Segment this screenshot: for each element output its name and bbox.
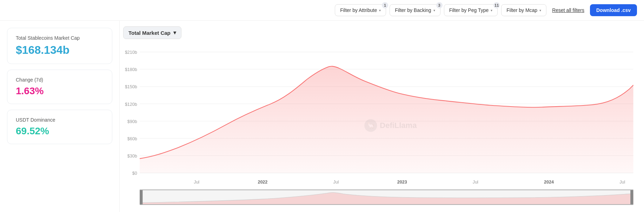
market-cap-label: Total Stablecoins Market Cap — [16, 35, 104, 41]
reset-filters-button[interactable]: Reset all filters — [550, 5, 586, 16]
x-label: Jul — [473, 180, 478, 185]
page-wrapper: Filter by Attribute ▾ 1 Filter by Backin… — [0, 0, 644, 212]
watermark: 🦙 DefiLlama — [364, 119, 417, 132]
filter-backing-badge: 3 — [436, 2, 443, 8]
x-label: 2022 — [258, 180, 267, 185]
market-cap-value: $168.134b — [16, 44, 104, 57]
filter-peg-button[interactable]: Filter by Peg Type ▾ 11 — [444, 4, 498, 16]
chart-container: 🦙 DefiLlama $210b $180b $150b $120b $90b… — [123, 43, 637, 208]
chevron-down-icon: ▾ — [433, 8, 435, 12]
y-label: $180b — [125, 67, 137, 72]
filter-attribute-badge: 1 — [382, 2, 388, 8]
filter-attribute-label: Filter by Attribute — [340, 7, 377, 13]
y-label: $60b — [127, 136, 137, 141]
mini-handle-left[interactable] — [140, 189, 142, 205]
chevron-down-icon: ▾ — [379, 8, 381, 12]
y-label: $30b — [127, 154, 137, 159]
filter-attribute-button[interactable]: Filter by Attribute ▾ 1 — [335, 4, 386, 16]
defi-llama-icon: 🦙 — [364, 119, 377, 132]
y-label: $120b — [125, 102, 137, 107]
x-label: Jul — [619, 180, 625, 185]
toolbar: Filter by Attribute ▾ 1 Filter by Backin… — [0, 0, 644, 21]
dominance-card: USDT Dominance 69.52% — [7, 110, 112, 144]
chevron-down-icon: ▾ — [539, 8, 541, 12]
dominance-value: 69.52% — [16, 126, 104, 137]
y-label: $0 — [132, 171, 137, 176]
change-label: Change (7d) — [16, 77, 104, 83]
x-label: Jul — [194, 180, 199, 185]
filter-mcap-label: Filter by Mcap — [506, 7, 537, 13]
dominance-label: USDT Dominance — [16, 117, 104, 123]
y-label: $210b — [125, 50, 137, 55]
filter-backing-label: Filter by Backing — [395, 7, 431, 13]
change-value: 1.63% — [16, 85, 104, 97]
change-card: Change (7d) 1.63% — [7, 70, 112, 104]
download-csv-button[interactable]: Download .csv — [590, 4, 637, 16]
sidebar: Total Stablecoins Market Cap $168.134b C… — [0, 21, 119, 212]
x-label: Jul — [333, 180, 339, 185]
mini-top-border — [140, 189, 633, 190]
chevron-down-icon: ▾ — [491, 8, 492, 12]
market-cap-card: Total Stablecoins Market Cap $168.134b — [7, 28, 112, 64]
filter-peg-label: Filter by Peg Type — [449, 7, 489, 13]
chart-header: Total Market Cap ▾ — [123, 26, 637, 39]
mini-bottom-border — [140, 204, 633, 205]
y-label: $150b — [125, 84, 137, 89]
filter-mcap-button[interactable]: Filter by Mcap ▾ — [501, 4, 546, 16]
y-label: $90b — [127, 119, 137, 124]
x-label: 2024 — [544, 180, 554, 185]
filter-backing-button[interactable]: Filter by Backing ▾ 3 — [390, 4, 440, 16]
mini-handle-right[interactable] — [630, 189, 633, 205]
chart-area: Total Market Cap ▾ 🦙 DefiLlama $210b $18… — [119, 21, 644, 212]
main-content: Total Stablecoins Market Cap $168.134b C… — [0, 21, 644, 212]
chart-title-button[interactable]: Total Market Cap ▾ — [123, 26, 181, 39]
watermark-text: DefiLlama — [380, 121, 417, 130]
chevron-down-icon: ▾ — [173, 30, 176, 36]
x-label: 2023 — [397, 180, 407, 185]
chart-title-label: Total Market Cap — [128, 30, 171, 36]
filter-peg-badge: 11 — [493, 2, 500, 8]
